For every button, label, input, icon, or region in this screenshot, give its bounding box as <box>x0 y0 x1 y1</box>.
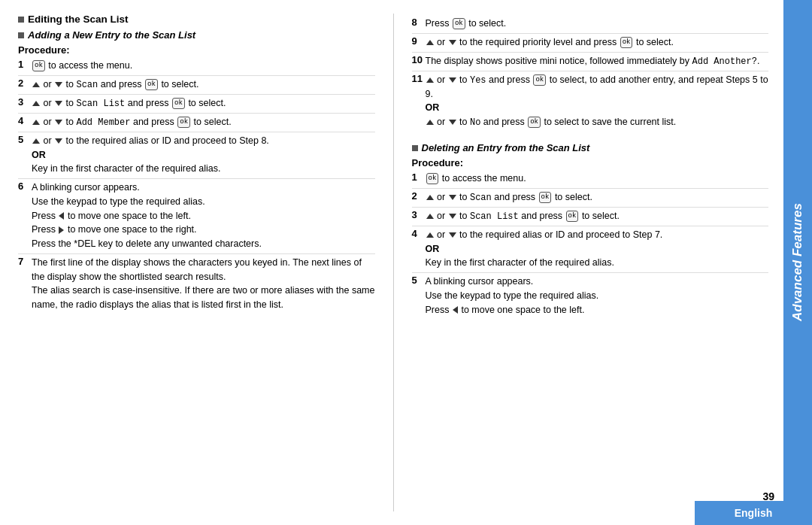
arrow-down-icon <box>55 138 62 144</box>
step-content: A blinking cursor appears. Use the keypa… <box>426 275 769 317</box>
step-content: or to Yes and press ok to select, to add… <box>426 73 769 130</box>
step-num: 1 <box>18 59 32 70</box>
steps-block-left: 1 ok to access the menu. 2 or to Scan an… <box>18 59 375 314</box>
step-num: 9 <box>412 35 426 47</box>
ok-button-icon: ok <box>453 18 465 29</box>
right-column: 8 Press ok to select. 9 or to the requir… <box>394 14 769 511</box>
bullet-icon3 <box>412 145 418 151</box>
ok-button-icon: ok <box>177 117 190 128</box>
ok-button-icon: ok <box>620 37 633 48</box>
step-num: 10 <box>412 54 426 65</box>
step-content: or to the required alias or ID and proce… <box>426 228 769 270</box>
arrow-down-icon <box>55 101 62 106</box>
main-content: Editing the Scan List Adding a New Entry… <box>0 0 783 525</box>
arrow-up-icon <box>32 101 40 106</box>
step-content: Press ok to select. <box>426 17 769 31</box>
step-row: 3 or to Scan List and press ok to select… <box>18 96 375 114</box>
deleting-entry-title: Deleting an Entry from the Scan List <box>412 142 769 153</box>
arrow-down-icon <box>449 40 456 45</box>
arrow-down-icon <box>449 214 456 219</box>
step-row: 5 A blinking cursor appears. Use the key… <box>412 275 769 319</box>
adding-entry-label: Adding a New Entry to the Scan List <box>28 29 195 41</box>
step-num: 8 <box>412 17 426 28</box>
ok-button-icon: ok <box>533 74 546 86</box>
bullet-icon <box>18 17 24 23</box>
ok-button-icon: ok <box>539 192 552 203</box>
step-content: The display shows positive mini notice, … <box>426 54 769 68</box>
step-row: 6 A blinking cursor appears. Use the key… <box>18 181 375 254</box>
arrow-down-icon <box>449 120 456 125</box>
arrow-down-icon <box>55 120 62 125</box>
deleting-entry-label: Deleting an Entry from the Scan List <box>422 142 590 153</box>
ok-button-icon: ok <box>32 60 45 71</box>
step-row: 4 or to the required alias or ID and pro… <box>412 228 769 273</box>
deleting-section: Deleting an Entry from the Scan List Pro… <box>412 142 769 319</box>
delete-steps-block: 1 ok to access the menu. 2 or to Scan an… <box>412 171 769 319</box>
bullet-icon2 <box>18 32 24 38</box>
ok-button-icon: ok <box>528 117 541 128</box>
arrow-up-icon <box>426 40 434 45</box>
step-content: or to Scan List and press ok to select. <box>32 96 375 111</box>
procedure-label-right: Procedure: <box>412 157 769 168</box>
step-num: 5 <box>412 275 426 286</box>
step-content: or to Scan and press ok to select. <box>32 77 375 92</box>
step-row: 3 or to Scan List and press ok to select… <box>412 209 769 226</box>
step-content: or to the required priority level and pr… <box>426 35 769 50</box>
sidebar: Advanced Features <box>783 0 812 525</box>
step-num: 3 <box>18 96 32 108</box>
step-content: or to the required alias or ID and proce… <box>32 134 375 176</box>
step-row: 2 or to Scan and press ok to select. <box>18 77 375 95</box>
arrow-up-icon <box>426 232 434 238</box>
step-num: 3 <box>412 209 426 220</box>
step-row: 10 The display shows positive mini notic… <box>412 54 769 71</box>
arrow-down-icon <box>55 82 62 87</box>
arrow-up-icon <box>32 138 40 144</box>
page-container: Editing the Scan List Adding a New Entry… <box>0 0 812 525</box>
procedure-label-left: Procedure: <box>18 44 375 56</box>
arrow-up-icon <box>32 120 40 125</box>
arrow-down-icon <box>449 232 456 238</box>
step-num: 4 <box>18 115 32 126</box>
arrow-up-icon <box>426 195 434 200</box>
step-content: A blinking cursor appears. Use the keypa… <box>32 181 375 251</box>
step-num: 6 <box>18 181 32 192</box>
arrow-left-icon <box>453 306 458 314</box>
step-row: 1 ok to access the menu. <box>412 171 769 189</box>
step-content: The first line of the display shows the … <box>32 256 375 312</box>
step-num: 4 <box>412 228 426 239</box>
step-row: 2 or to Scan and press ok to select. <box>412 190 769 208</box>
english-badge: English <box>695 501 812 525</box>
step-num: 1 <box>412 171 426 183</box>
step-content: ok to access the menu. <box>426 171 769 186</box>
step-content: or to Add Member and press ok to select. <box>32 115 375 129</box>
sidebar-label: Advanced Features <box>790 204 805 322</box>
arrow-right-icon <box>59 226 64 234</box>
ok-button-icon: ok <box>426 173 439 184</box>
arrow-down-icon <box>449 77 456 83</box>
ok-button-icon: ok <box>566 211 579 222</box>
step-num: 2 <box>18 77 32 89</box>
step-content: ok to access the menu. <box>32 59 375 73</box>
arrow-up-icon <box>32 82 40 87</box>
step-num: 2 <box>412 190 426 202</box>
step-row: 4 or to Add Member and press ok to selec… <box>18 115 375 132</box>
step-row: 7 The first line of the display shows th… <box>18 256 375 314</box>
arrow-down-icon <box>449 195 456 200</box>
left-column: Editing the Scan List Adding a New Entry… <box>18 14 394 511</box>
step-row: 11 or to Yes and press ok to select, to … <box>412 73 769 132</box>
arrow-up-icon <box>426 77 434 83</box>
step-num: 7 <box>18 256 32 267</box>
step-content: or to Scan List and press ok to select. <box>426 209 769 223</box>
ok-button-icon: ok <box>145 79 158 90</box>
steps-block-right: 8 Press ok to select. 9 or to the requir… <box>412 17 769 132</box>
step-num: 5 <box>18 134 32 145</box>
step-row: 5 or to the required alias or ID and pro… <box>18 134 375 179</box>
step-row: 8 Press ok to select. <box>412 17 769 34</box>
adding-entry-title: Adding a New Entry to the Scan List <box>18 29 375 41</box>
editing-scan-list-label: Editing the Scan List <box>28 14 129 25</box>
ok-button-icon: ok <box>172 98 185 109</box>
step-row: 1 ok to access the menu. <box>18 59 375 76</box>
editing-scan-list-title: Editing the Scan List <box>18 14 375 25</box>
arrow-up-icon <box>426 214 434 219</box>
step-content: or to Scan and press ok to select. <box>426 190 769 205</box>
